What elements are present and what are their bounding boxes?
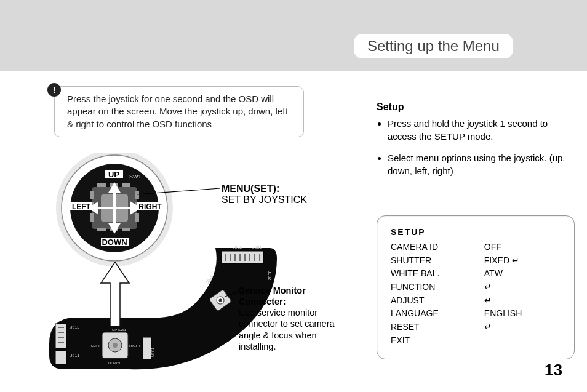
osd-value: ↵: [484, 281, 561, 294]
diagram: UP SW1 DOWN LEFT RIGHT J602 J601 J102 J6…: [37, 153, 326, 380]
svg-rect-10: [135, 213, 139, 222]
svg-text:J611: J611: [70, 353, 79, 358]
note-text: Press the joystick for one second and th…: [67, 94, 288, 129]
svg-rect-14: [97, 228, 106, 231]
svg-marker-67: [101, 262, 129, 326]
svg-text:J102: J102: [268, 271, 272, 280]
svg-text:DOWN: DOWN: [108, 361, 120, 365]
svg-rect-16: [122, 228, 130, 231]
osd-value: OFF: [484, 241, 561, 254]
svg-rect-8: [135, 191, 139, 199]
svg-rect-7: [90, 213, 94, 222]
svc-text: Use service monitor connector to set cam…: [239, 308, 335, 351]
svg-text:UP: UP: [108, 170, 119, 179]
svg-rect-33: [222, 251, 263, 263]
svg-text:J613: J613: [70, 325, 79, 329]
svg-text:LEFT: LEFT: [72, 202, 91, 211]
osd-label: RESET: [391, 321, 484, 334]
svg-text:SW1: SW1: [118, 328, 127, 332]
svg-rect-11: [97, 183, 106, 187]
osd-label: CAMERA ID: [391, 241, 484, 254]
osd-value: ↵: [484, 294, 561, 308]
svg-rect-5: [90, 191, 94, 199]
osd-value: ATW: [484, 267, 561, 281]
svg-text:DOWN: DOWN: [102, 238, 127, 247]
osd-label: FUNCTION: [391, 281, 484, 294]
setup-heading: Setup: [377, 102, 404, 113]
setup-list: Press and hold the joystick 1 second to …: [377, 117, 572, 186]
osd-label: WHITE BAL.: [391, 267, 484, 281]
info-icon: !: [47, 83, 61, 97]
svg-text:UTP1: UTP1: [151, 347, 154, 357]
svg-text:SW1: SW1: [129, 174, 142, 180]
osd-label: ADJUST: [391, 294, 484, 308]
svg-text:RIGHT: RIGHT: [138, 202, 162, 211]
osd-value: ENGLISH: [484, 307, 561, 321]
menu-set-label: MENU(SET): SET BY JOYSTICK: [222, 183, 307, 206]
osd-value: FIXED ↵: [484, 254, 561, 268]
service-monitor-label: Service Monitor Connecter: Use service m…: [239, 285, 343, 352]
osd-label: EXIT: [391, 334, 484, 348]
list-item: Press and hold the joystick 1 second to …: [388, 117, 572, 143]
osd-panel: SETUP CAMERA IDOFF SHUTTERFIXED ↵ WHITE …: [377, 215, 575, 359]
note-box: ! Press the joystick for one second and …: [54, 86, 304, 137]
page-number: 13: [545, 361, 562, 380]
svg-text:LEFT: LEFT: [91, 344, 100, 348]
svg-text:J601: J601: [252, 245, 262, 249]
svg-text:UP: UP: [112, 328, 117, 332]
osd-label: SHUTTER: [391, 254, 484, 268]
osd-grid: CAMERA IDOFF SHUTTERFIXED ↵ WHITE BAL.AT…: [391, 241, 561, 348]
svg-rect-65: [143, 337, 151, 359]
svg-rect-54: [55, 351, 66, 364]
page-title: Setting up the Menu: [354, 34, 513, 58]
osd-value: [484, 334, 561, 348]
menu-set-title: MENU(SET):: [222, 183, 279, 194]
osd-label: LANGUAGE: [391, 307, 484, 321]
list-item: Select menu options using the joystick. …: [388, 151, 572, 177]
svg-point-59: [113, 343, 118, 348]
svg-rect-13: [122, 183, 130, 187]
osd-value: ↵: [484, 321, 561, 334]
svg-text:RIGHT: RIGHT: [129, 344, 141, 348]
osd-title: SETUP: [391, 227, 561, 237]
menu-set-sub: SET BY JOYSTICK: [222, 194, 307, 205]
svc-title: Service Monitor Connecter:: [239, 286, 306, 306]
svg-text:J602: J602: [233, 245, 242, 249]
